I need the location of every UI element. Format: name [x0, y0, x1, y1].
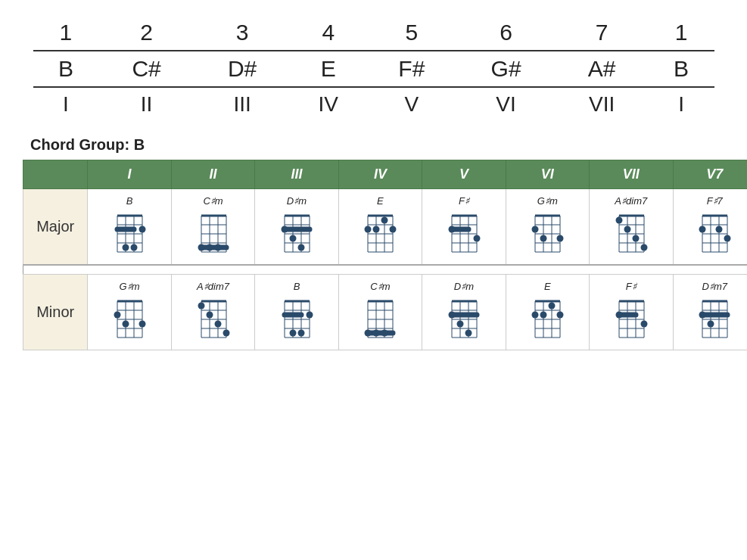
- major-row: MajorBC♯mD♯mEF♯G♯mA♯dim7F♯7: [23, 189, 748, 266]
- scale-table: 1 2 3 4 5 6 7 1 B C# D# E F# G# A# B I I…: [33, 15, 714, 121]
- svg-point-162: [373, 329, 380, 336]
- major-chord-5: G♯m: [506, 189, 589, 266]
- spacer-cell: [23, 265, 748, 274]
- svg-point-79: [532, 226, 539, 233]
- svg-point-40: [289, 235, 296, 242]
- minor-chord-diagram-1: [194, 295, 233, 339]
- svg-point-68: [473, 235, 480, 242]
- major-chord-diagram-3: [360, 210, 400, 254]
- major-chord-name-5: G♯m: [509, 195, 586, 207]
- pos-2: 2: [98, 15, 195, 51]
- minor-row: MinorG♯mA♯dim7BC♯mD♯mEF♯D♯m7: [23, 274, 748, 350]
- svg-point-120: [123, 320, 129, 327]
- roman-7: VII: [556, 87, 649, 121]
- minor-label: Minor: [23, 274, 88, 350]
- svg-point-11: [123, 244, 129, 251]
- svg-point-163: [381, 329, 388, 336]
- svg-point-92: [615, 217, 622, 224]
- major-chord-1: C♯m: [171, 189, 254, 266]
- minor-chord-name-1: A♯dim7: [175, 281, 251, 292]
- svg-point-93: [624, 226, 630, 233]
- major-chord-diagram-2: [277, 210, 316, 254]
- note-2: C#: [98, 51, 195, 87]
- roman-2: II: [98, 87, 195, 121]
- header-VII: VII: [590, 160, 673, 189]
- major-chord-diagram-1: [194, 210, 233, 254]
- svg-point-55: [390, 226, 397, 233]
- chord-table: I II III IV V VI VII V7 MajorBC♯mD♯mEF♯G…: [23, 160, 747, 350]
- minor-chord-diagram-3: [360, 295, 400, 339]
- svg-point-132: [198, 302, 204, 309]
- minor-chord-name-7: D♯m7: [677, 281, 747, 292]
- svg-point-177: [465, 329, 472, 336]
- pos-8: 1: [649, 15, 714, 51]
- chord-group-label: Chord Group: B: [30, 136, 724, 154]
- svg-point-52: [365, 226, 372, 233]
- major-chord-diagram-5: [528, 210, 567, 254]
- svg-point-67: [448, 226, 455, 233]
- minor-chord-3: C♯m: [338, 274, 422, 350]
- pos-4: 4: [290, 15, 366, 51]
- major-chord-4: F♯: [422, 189, 506, 266]
- header-III: III: [255, 160, 338, 189]
- svg-point-133: [206, 311, 213, 318]
- svg-point-108: [724, 235, 731, 242]
- roman-3: III: [195, 87, 291, 121]
- svg-point-53: [373, 226, 380, 233]
- svg-point-81: [557, 235, 564, 242]
- minor-chord-diagram-6: [612, 295, 651, 339]
- major-label: Major: [23, 189, 88, 266]
- major-chord-7: F♯7: [673, 189, 747, 266]
- header-II: II: [171, 160, 254, 189]
- svg-point-25: [198, 244, 204, 251]
- svg-point-176: [456, 320, 463, 327]
- note-3: D#: [195, 51, 291, 87]
- minor-chord-5: E: [506, 274, 589, 350]
- svg-point-135: [223, 329, 229, 336]
- svg-point-27: [214, 244, 221, 251]
- svg-point-204: [640, 320, 647, 327]
- minor-chord-6: F♯: [590, 274, 673, 350]
- svg-point-107: [716, 226, 723, 233]
- minor-chord-diagram-0: [110, 295, 149, 339]
- svg-point-190: [549, 302, 556, 309]
- svg-point-189: [540, 311, 547, 318]
- major-chord-name-6: A♯dim7: [593, 195, 669, 207]
- header-V: V: [422, 160, 506, 189]
- roman-6: VI: [457, 87, 556, 121]
- major-chord-diagram-7: [695, 210, 734, 254]
- major-chord-name-3: E: [342, 195, 419, 207]
- header-row: I II III IV V VI VII V7: [23, 160, 748, 189]
- svg-point-217: [708, 320, 714, 327]
- major-chord-0: B: [88, 189, 171, 266]
- header-V7: V7: [673, 160, 747, 189]
- minor-chord-name-2: B: [258, 281, 335, 292]
- pos-7: 7: [556, 15, 649, 51]
- pos-5: 5: [366, 15, 456, 51]
- svg-point-106: [699, 226, 706, 233]
- major-chord-name-7: F♯7: [677, 195, 747, 207]
- spacer-row: [23, 265, 748, 274]
- svg-point-175: [448, 311, 455, 318]
- svg-point-149: [306, 311, 313, 318]
- svg-point-12: [131, 244, 138, 251]
- minor-chord-name-5: E: [509, 281, 586, 292]
- svg-point-216: [699, 311, 706, 318]
- svg-point-95: [640, 244, 647, 251]
- note-1: B: [33, 51, 99, 87]
- svg-point-161: [365, 329, 372, 336]
- major-chord-name-4: F♯: [425, 195, 502, 207]
- svg-point-80: [540, 235, 547, 242]
- minor-chord-1: A♯dim7: [171, 274, 254, 350]
- roman-4: IV: [290, 87, 366, 121]
- minor-chord-name-0: G♯m: [91, 281, 167, 292]
- note-8: B: [649, 51, 714, 87]
- position-row: 1 2 3 4 5 6 7 1: [33, 15, 714, 51]
- svg-point-54: [381, 217, 388, 224]
- major-chord-2: D♯m: [255, 189, 338, 266]
- notes-row: B C# D# E F# G# A# B: [33, 51, 714, 87]
- header-VI: VI: [506, 160, 589, 189]
- header-IV: IV: [338, 160, 422, 189]
- pos-1: 1: [33, 15, 99, 51]
- svg-point-134: [214, 320, 221, 327]
